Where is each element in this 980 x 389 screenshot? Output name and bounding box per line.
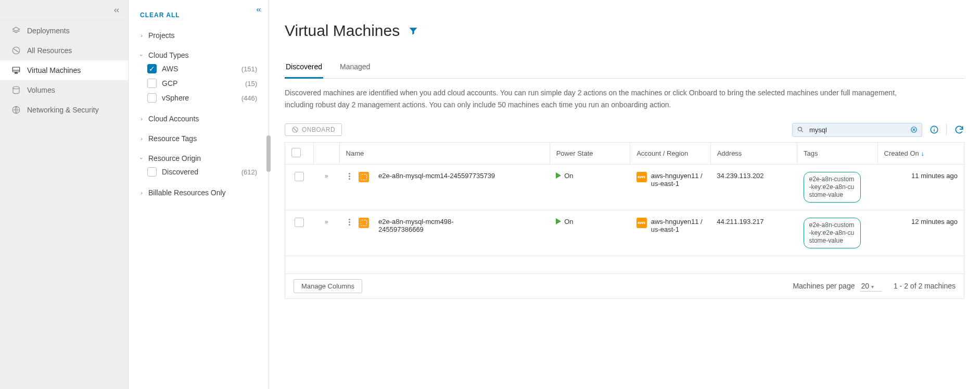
filter-resource-tags-toggle[interactable]: ›Resource Tags (136, 132, 261, 145)
power-state: On (556, 218, 573, 225)
filter-cloud-accounts-toggle[interactable]: ›Cloud Accounts (136, 112, 261, 125)
double-chevron-left-icon (255, 6, 262, 14)
filter-label: Cloud Types (148, 51, 189, 59)
row-actions-menu[interactable] (346, 172, 353, 181)
main-content: Virtual Machines Discovered Managed Disc… (269, 0, 980, 389)
clear-all-link[interactable]: CLEAR ALL (136, 7, 261, 29)
network-icon (11, 105, 21, 115)
svg-point-16 (934, 128, 935, 129)
sidebar-item-all-resources[interactable]: All Resources (0, 41, 128, 60)
sidebar-collapse-button[interactable] (0, 0, 128, 21)
info-button[interactable] (930, 125, 939, 134)
checkbox-icon (147, 93, 157, 103)
select-all-checkbox[interactable] (291, 148, 301, 157)
filter-cloud-types-toggle[interactable]: ›Cloud Types (136, 49, 261, 61)
svg-line-10 (801, 131, 803, 132)
prohibit-icon (291, 126, 299, 133)
col-name[interactable]: Name (339, 142, 550, 164)
filter-label: Resource Tags (148, 134, 197, 143)
tab-discovered[interactable]: Discovered (285, 57, 323, 79)
circle-x-icon (910, 126, 918, 133)
checkbox-icon (147, 167, 157, 177)
double-chevron-left-icon (112, 6, 121, 15)
toolbar-divider (946, 124, 947, 135)
page-description: Discovered machines are identified when … (285, 87, 920, 110)
search-icon (797, 126, 804, 133)
svg-point-5 (13, 86, 19, 89)
svg-marker-0 (12, 27, 20, 31)
col-created[interactable]: Created On (877, 142, 964, 164)
vm-name[interactable]: e2e-a8n-mysql-mcm14-245597735739 (378, 172, 495, 180)
tag-chip[interactable]: e2e-a8n-custom-key:e2e-a8n-custome-value (804, 218, 861, 248)
sidebar-item-networking-security[interactable]: Networking & Security (0, 100, 128, 120)
ec2-icon (359, 218, 369, 228)
expand-row-button[interactable]: » (325, 172, 328, 180)
table-row: » e2e-a8n-mysql-mcm498-245597386669 On a… (285, 210, 964, 256)
search-input-wrapper[interactable] (792, 123, 922, 137)
sidebar-item-deployments[interactable]: Deployments (0, 21, 128, 41)
vm-table: Name Power State Account / Region Addres… (285, 142, 964, 274)
page-title: Virtual Machines (285, 22, 400, 40)
option-label: Discovered (162, 168, 198, 176)
app-root: Deployments All Resources Virtual Machin… (0, 0, 980, 389)
chevron-right-icon: › (139, 116, 144, 122)
filter-option-gcp[interactable]: GCP (15) (147, 76, 261, 91)
sidebar-item-volumes[interactable]: Volumes (0, 80, 128, 100)
aws-icon: aws (637, 172, 647, 182)
svg-line-8 (294, 128, 297, 132)
left-sidebar: Deployments All Resources Virtual Machin… (0, 0, 129, 389)
vm-name[interactable]: e2e-a8n-mysql-mcm498-245597386669 (378, 218, 498, 233)
chevron-right-icon: › (139, 135, 144, 142)
per-page-label: Machines per page (793, 282, 855, 290)
filter-icon[interactable] (408, 26, 418, 36)
option-label: vSphere (162, 94, 189, 102)
table-footer: Manage Columns Machines per page 20 ▾ 1 … (285, 274, 964, 299)
row-checkbox[interactable] (295, 172, 304, 181)
sidebar-item-label: Deployments (27, 27, 70, 35)
sidebar-item-virtual-machines[interactable]: Virtual Machines (0, 60, 128, 80)
chevron-down-icon: ▾ (871, 284, 874, 290)
address-cell: 44.211.193.217 (710, 210, 797, 256)
checkbox-icon (147, 79, 157, 88)
deployments-icon (11, 26, 21, 35)
filter-option-aws[interactable]: ✓AWS (151) (147, 61, 261, 76)
table-row-empty (285, 256, 964, 273)
account-text: aws-hnguyen11 / us-east-1 (651, 172, 703, 187)
resources-icon (11, 46, 21, 55)
onboard-button[interactable]: ONBOARD (285, 123, 342, 136)
clear-search-button[interactable] (910, 126, 918, 133)
refresh-button[interactable] (954, 124, 964, 135)
manage-columns-button[interactable]: Manage Columns (294, 279, 362, 293)
col-tags[interactable]: Tags (797, 142, 878, 164)
filter-scrollbar[interactable] (266, 135, 271, 172)
filter-billable-toggle[interactable]: ›Billable Resources Only (136, 186, 261, 199)
col-power[interactable]: Power State (550, 142, 630, 164)
filter-option-vsphere[interactable]: vSphere (446) (147, 91, 261, 105)
expand-row-button[interactable]: » (325, 218, 328, 225)
filter-resource-origin-toggle[interactable]: ›Resource Origin (136, 152, 261, 165)
sidebar-item-label: Volumes (27, 86, 55, 94)
ec2-icon (359, 172, 369, 182)
col-account[interactable]: Account / Region (630, 142, 711, 164)
filter-projects-toggle[interactable]: ›Projects (136, 29, 261, 42)
filter-option-discovered[interactable]: Discovered (612) (147, 165, 261, 179)
onboard-label: ONBOARD (302, 126, 335, 133)
chevron-right-icon: › (139, 32, 144, 39)
row-actions-menu[interactable] (346, 218, 353, 227)
filters-collapse-button[interactable] (255, 6, 262, 14)
row-checkbox[interactable] (295, 218, 304, 227)
created-cell: 11 minutes ago (877, 164, 964, 210)
sidebar-item-label: Virtual Machines (27, 66, 81, 74)
running-icon (556, 172, 561, 179)
table-row: » e2e-a8n-mysql-mcm14-245597735739 On aw… (285, 164, 964, 210)
option-count: (151) (241, 65, 257, 73)
col-address[interactable]: Address (710, 142, 797, 164)
tag-chip[interactable]: e2e-a8n-custom-key:e2e-a8n-custome-value (804, 172, 861, 203)
tab-managed[interactable]: Managed (339, 57, 371, 78)
info-icon (930, 125, 939, 134)
search-input[interactable] (808, 126, 906, 134)
volumes-icon (11, 85, 21, 95)
checkbox-checked-icon: ✓ (147, 64, 157, 73)
power-state: On (556, 172, 573, 180)
per-page-select[interactable]: 20 ▾ (860, 281, 882, 292)
